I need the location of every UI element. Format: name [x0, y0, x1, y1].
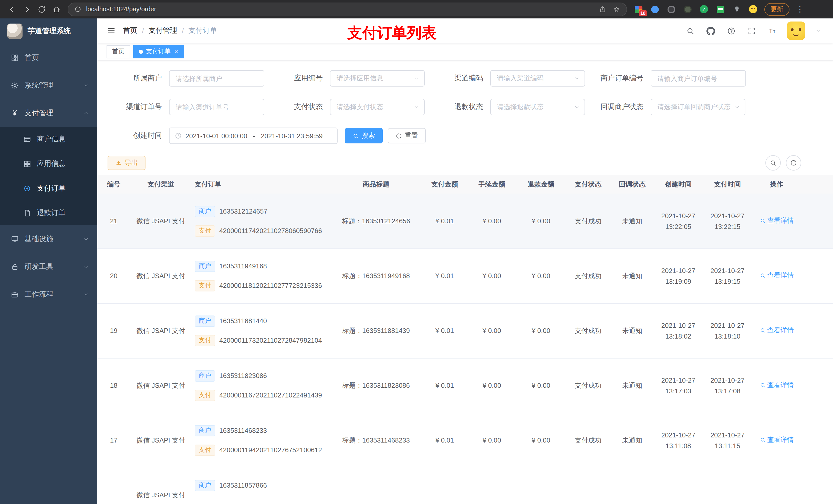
sidebar-toggle-icon[interactable]: [106, 26, 116, 35]
date-separator: -: [251, 132, 257, 140]
product-title: 标题：1635311881439: [330, 326, 422, 336]
extension-pin-icon[interactable]: [732, 4, 742, 14]
pay-clock: 13:11:15: [703, 440, 752, 451]
forward-icon[interactable]: [20, 3, 33, 16]
merchant-order-no-input[interactable]: [651, 70, 746, 87]
view-detail-link[interactable]: 查看详情: [760, 380, 794, 390]
callback-status-select[interactable]: 请选择订单回调商户状态: [651, 99, 745, 115]
refund-status-select[interactable]: 请选择退款状态: [490, 99, 585, 115]
clipped-line: [195, 500, 330, 504]
avatar-eye: [791, 28, 793, 31]
yen-icon: [10, 109, 20, 117]
select-placeholder: 请选择应用信息: [337, 74, 413, 83]
search-icon[interactable]: [682, 24, 698, 38]
filter-app: 应用编号 请选择应用信息: [273, 70, 425, 87]
breadcrumb-section[interactable]: 支付管理: [148, 26, 177, 35]
extension-check-icon[interactable]: ✓: [699, 4, 709, 14]
extension-blue-icon[interactable]: [649, 4, 660, 14]
chevron-down-icon: [574, 75, 580, 81]
fee-amount: ¥ 0.00: [467, 381, 516, 391]
chevron-down-icon: [83, 291, 89, 297]
sidebar-item-label: 工作流程: [25, 290, 83, 299]
sidebar-item-refund-order[interactable]: 退款订单: [0, 201, 97, 225]
sidebar-item-home[interactable]: 首页: [0, 44, 97, 72]
view-detail-label: 查看详情: [767, 216, 794, 226]
fullscreen-icon[interactable]: [744, 24, 759, 38]
create-time: 2021-10-27 13:22:05: [654, 211, 703, 232]
extension-emoji-icon[interactable]: [748, 4, 758, 14]
help-icon[interactable]: [723, 24, 739, 38]
pay-date: 2021-10-27: [703, 211, 752, 221]
create-time: 2021-10-27 13:19:09: [654, 265, 703, 287]
sidebar-item-infra[interactable]: 基础设施: [0, 225, 97, 253]
tab-close-icon[interactable]: ×: [174, 48, 178, 55]
sidebar-item-pay-order[interactable]: 支付订单: [0, 176, 97, 201]
back-icon[interactable]: [5, 3, 19, 16]
column-header-fee: 手续金额: [467, 179, 516, 189]
card-icon: [23, 135, 32, 143]
screen: localhost:1024/pay/order 10 ✓ 更新 ⋮: [0, 0, 833, 504]
user-menu-caret-icon[interactable]: [810, 24, 826, 38]
sidebar-item-workflow[interactable]: 工作流程: [0, 281, 97, 308]
order-id: 19: [97, 326, 130, 336]
create-date: 2021-10-27: [654, 211, 703, 221]
app-filter-select[interactable]: 请选择应用信息: [330, 70, 425, 87]
breadcrumb-separator: /: [182, 27, 184, 35]
view-detail-link[interactable]: 查看详情: [760, 435, 794, 445]
extension-colorful-icon[interactable]: 10: [633, 4, 643, 14]
merchant-order-no: 1635311468233: [219, 426, 267, 436]
view-detail-link[interactable]: 查看详情: [760, 326, 794, 335]
channel-code-select[interactable]: 请输入渠道编码: [490, 70, 585, 87]
pay-date: 2021-10-27: [703, 375, 752, 386]
browser-update-button[interactable]: 更新: [764, 3, 789, 16]
sidebar-item-devtools[interactable]: 研发工具: [0, 253, 97, 281]
notify-status: 未通知: [611, 436, 654, 446]
font-size-icon[interactable]: TT: [764, 24, 780, 38]
url-bar[interactable]: localhost:1024/pay/order: [68, 2, 627, 16]
github-icon[interactable]: [703, 24, 718, 38]
refund-amount: ¥ 0.00: [516, 326, 566, 336]
share-icon[interactable]: [599, 5, 606, 13]
column-header-notify: 回调状态: [611, 179, 654, 189]
chevron-down-icon: [734, 104, 740, 110]
chevron-up-icon: [83, 110, 89, 116]
sidebar-item-system[interactable]: 系统管理: [0, 72, 97, 99]
extension-chat-icon[interactable]: [715, 4, 725, 14]
avatar-mouth: [793, 33, 799, 37]
channel-order-no-input[interactable]: [169, 99, 264, 115]
pay-order-cell: 商户 1635311823086 支付 42000011672021102710…: [192, 371, 330, 401]
search-button[interactable]: 搜索: [345, 128, 383, 143]
reset-button[interactable]: 重置: [388, 128, 426, 143]
merchant-order-no: 1635312124657: [219, 207, 267, 217]
toggle-search-button[interactable]: [765, 155, 781, 171]
pay-time: 2021-10-27 13:19:15: [703, 265, 752, 287]
pay-clock: 13:22:15: [703, 221, 752, 232]
pay-channel: 微信 JSAPI 支付: [130, 326, 192, 336]
svg-text:T: T: [773, 29, 775, 33]
date-range-picker[interactable]: 2021-10-01 00:00:00 - 2021-10-31 23:59:5…: [169, 127, 338, 144]
sidebar-item-payment[interactable]: 支付管理: [0, 99, 97, 127]
refresh-table-button[interactable]: [786, 155, 801, 171]
export-button[interactable]: 导出: [108, 156, 145, 170]
sidebar-item-app-info[interactable]: 应用信息: [0, 152, 97, 176]
tab-home[interactable]: 首页: [106, 45, 130, 58]
extension-dark-icon[interactable]: [666, 4, 676, 14]
refresh-icon[interactable]: [35, 3, 48, 16]
pay-status: 支付成功: [566, 326, 611, 336]
payment-submenu: 商户信息 应用信息 支付订单 退款订单: [0, 127, 97, 225]
merchant-filter-input[interactable]: [169, 70, 264, 87]
user-avatar[interactable]: [787, 22, 805, 40]
pay-status-select[interactable]: 请选择支付状态: [330, 99, 425, 115]
home-icon[interactable]: [50, 3, 63, 16]
site-info-icon[interactable]: [74, 6, 81, 13]
logo-avatar: [7, 24, 23, 39]
breadcrumb-home[interactable]: 首页: [123, 26, 137, 35]
bookmark-star-icon[interactable]: [613, 5, 620, 13]
view-detail-link[interactable]: 查看详情: [760, 271, 794, 281]
sidebar-item-merchant-info[interactable]: 商户信息: [0, 127, 97, 152]
grid-icon: [23, 160, 32, 168]
view-detail-link[interactable]: 查看详情: [760, 216, 794, 226]
tab-pay-order[interactable]: 支付订单 ×: [133, 45, 184, 58]
browser-menu-icon[interactable]: ⋮: [794, 5, 805, 14]
extension-olive-icon[interactable]: [682, 4, 693, 14]
